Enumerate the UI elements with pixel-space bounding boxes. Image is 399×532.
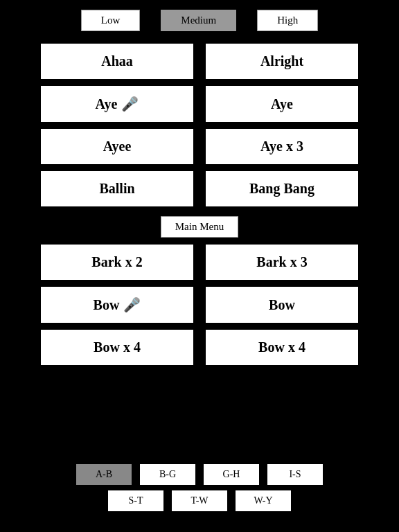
sound-row: BallinBang Bang	[21, 171, 378, 206]
nav-button-w-y[interactable]: W-Y	[236, 490, 291, 511]
sound-label: Alright	[260, 53, 303, 69]
quality-bar: Low Medium High	[0, 0, 399, 38]
sound-label: Ahaa	[101, 53, 133, 69]
sound-button-2-0[interactable]: Ayee	[41, 129, 193, 164]
sound-label: Bark x 2	[91, 254, 142, 270]
quality-high-button[interactable]: High	[257, 10, 318, 31]
sound-row: Bow x 4Bow x 4	[21, 330, 378, 365]
nav-button-a-b[interactable]: A-B	[76, 464, 132, 485]
sound-row: Bow🎤Bow	[21, 287, 378, 323]
nav-row-2: S-TT-WW-Y	[108, 490, 291, 511]
sound-label: Aye x 3	[260, 139, 303, 154]
sound-button-3-1[interactable]: Bang Bang	[206, 171, 358, 206]
sound-button-4-1[interactable]: Bark x 3	[206, 245, 358, 280]
sound-label: Bow x 4	[258, 339, 305, 355]
sound-label: Bow x 4	[94, 339, 141, 355]
sound-row: Bark x 2Bark x 3	[21, 245, 378, 280]
sound-label: Bow	[94, 297, 120, 313]
sound-button-1-1[interactable]: Aye	[206, 86, 358, 122]
sound-label: Ayee	[103, 139, 132, 154]
quality-low-button[interactable]: Low	[81, 10, 141, 31]
sound-label: Aye	[271, 96, 293, 112]
mic-icon: 🎤	[123, 296, 141, 313]
nav-button-t-w[interactable]: T-W	[172, 490, 227, 511]
sound-label: Ballin	[99, 181, 134, 197]
nav-button-s-t[interactable]: S-T	[108, 490, 163, 511]
sound-button-6-1[interactable]: Bow x 4	[206, 330, 358, 365]
sound-row: Aye🎤Aye	[21, 86, 378, 122]
sound-label: Aye	[96, 96, 118, 112]
sound-label: Bang Bang	[249, 181, 314, 197]
quality-medium-button[interactable]: Medium	[161, 10, 236, 31]
nav-button-g-h[interactable]: G-H	[204, 464, 259, 485]
sound-button-5-1[interactable]: Bow	[206, 287, 358, 323]
nav-button-i-s[interactable]: I-S	[267, 464, 323, 485]
sound-button-1-0[interactable]: Aye🎤	[41, 86, 193, 122]
sound-button-2-1[interactable]: Aye x 3	[206, 129, 358, 164]
sound-button-4-0[interactable]: Bark x 2	[41, 245, 193, 280]
main-menu-button[interactable]: Main Menu	[161, 216, 238, 238]
mic-icon: 🎤	[121, 96, 139, 112]
sound-row: AhaaAlright	[21, 44, 378, 79]
sound-grid: AhaaAlrightAye🎤AyeAyeeAye x 3BallinBang …	[0, 44, 399, 372]
bottom-nav: A-BB-GG-HI-SS-TT-WW-Y	[0, 464, 399, 511]
sound-button-0-1[interactable]: Alright	[206, 44, 358, 79]
sound-button-3-0[interactable]: Ballin	[41, 171, 193, 206]
nav-row-1: A-BB-GG-HI-S	[76, 464, 323, 485]
sound-label: Bark x 3	[256, 254, 307, 270]
sound-button-6-0[interactable]: Bow x 4	[41, 330, 193, 365]
nav-button-b-g[interactable]: B-G	[140, 464, 195, 485]
sound-label: Bow	[269, 297, 295, 313]
sound-row: AyeeAye x 3	[21, 129, 378, 164]
sound-button-0-0[interactable]: Ahaa	[41, 44, 193, 79]
sound-button-5-0[interactable]: Bow🎤	[41, 287, 193, 323]
